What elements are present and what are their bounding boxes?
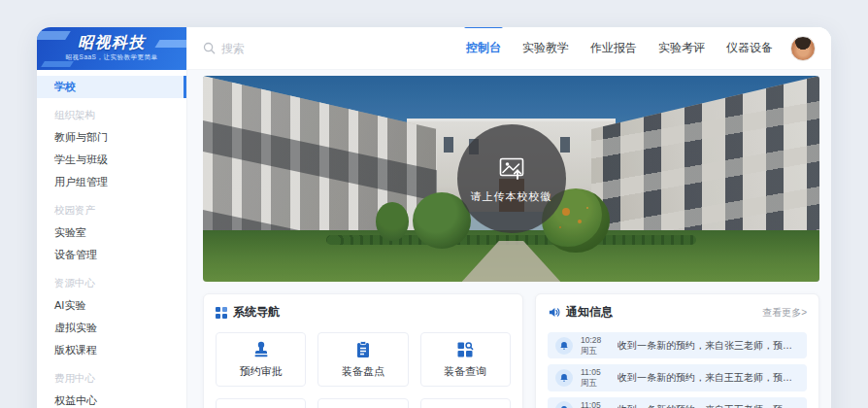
notification-item[interactable]: 10:28周五 收到一条新的预约，来自张三老师，预约单号为：Y-0044，请尽快… <box>548 332 807 358</box>
topbar: 控制台 实验教学 作业报告 实验考评 仪器设备 <box>187 27 831 70</box>
sidebar-item-students-classes[interactable]: 学生与班级 <box>37 149 186 171</box>
notification-time: 11:05周五 <box>581 400 610 408</box>
notification-text: 收到一条新的预约，来自张三老师，预约单号为：Y-0044，请尽快处理。 <box>618 339 799 353</box>
dashboard-panels: 系统导航 预约审批 <box>203 293 819 408</box>
grid-icon <box>216 307 227 319</box>
bell-icon <box>555 401 573 408</box>
sidebar-section-resources: 资源中心 <box>37 266 186 294</box>
stamp-icon <box>251 340 271 359</box>
search-box[interactable] <box>203 42 466 55</box>
nav-card-partial[interactable] <box>216 398 306 408</box>
notification-text: 收到一条新的预约，来自王五老师，预约单号为：Y-0056，请尽快处理。 <box>618 403 799 408</box>
sidebar-menu: 学校 组织架构 教师与部门 学生与班级 用户组管理 校园资产 实验室 设备管理 … <box>37 70 186 408</box>
notification-item[interactable]: 11:05周五 收到一条新的预约，来自王五老师，预约单号为：Y-0056，请尽快… <box>548 397 807 408</box>
sidebar-section-org: 组织架构 <box>37 98 186 126</box>
nav-card-label: 装备查询 <box>444 364 486 379</box>
sidebar-item-licensed-courses[interactable]: 版权课程 <box>37 339 186 361</box>
app-window: 昭视科技 昭视SaaS，让实验教学更简单 学校 组织架构 教师与部门 学生与班级… <box>37 27 831 408</box>
sidebar-item-device-management[interactable]: 设备管理 <box>37 244 186 266</box>
sidebar-item-ai-experiment[interactable]: AI实验 <box>37 294 186 317</box>
upload-image-icon <box>498 154 525 182</box>
tab-instruments[interactable]: 仪器设备 <box>726 40 773 56</box>
app-logo: 昭视科技 昭视SaaS，让实验教学更简单 <box>37 27 186 70</box>
clipboard-icon <box>353 340 373 359</box>
sidebar-item-benefits-center[interactable]: 权益中心 <box>37 390 186 408</box>
notification-item[interactable]: 11:05周五 收到一条新的预约，来自王五老师，预约单号为：Y-0056，请尽快… <box>548 364 807 391</box>
nav-card-partial[interactable] <box>317 398 408 408</box>
tab-console[interactable]: 控制台 <box>466 40 501 56</box>
notification-header: 通知信息 查看更多> <box>548 304 807 321</box>
notification-panel: 通知信息 查看更多> 10:28周五 收到一条新的预约，来自张三老师，预约单号为… <box>535 293 819 408</box>
main-area: 控制台 实验教学 作业报告 实验考评 仪器设备 <box>187 27 831 408</box>
tab-experiment-assessment[interactable]: 实验考评 <box>658 40 705 56</box>
top-navigation: 控制台 实验教学 作业报告 实验考评 仪器设备 <box>466 40 773 56</box>
panel-title: 通知信息 <box>566 304 756 321</box>
sidebar-item-lab[interactable]: 实验室 <box>37 221 186 244</box>
sidebar-item-teachers-departments[interactable]: 教师与部门 <box>37 126 186 149</box>
sidebar-section-assets: 校园资产 <box>37 193 186 221</box>
sidebar-section-billing: 费用中心 <box>37 361 186 390</box>
logo-decoration <box>37 31 71 40</box>
notification-time: 10:28周五 <box>581 335 610 356</box>
content-area: 请上传本校校徽 <box>187 70 831 408</box>
sidebar-item-virtual-experiment[interactable]: 虚拟实验 <box>37 317 186 339</box>
sidebar-item-user-groups[interactable]: 用户组管理 <box>37 171 186 193</box>
panel-title: 系统导航 <box>233 304 511 321</box>
nav-card-reservation-approval[interactable]: 预约审批 <box>216 332 306 387</box>
logo-slogan: 昭视SaaS，让实验教学更简单 <box>66 53 158 62</box>
logo-decoration <box>155 40 186 48</box>
view-more-link[interactable]: 查看更多> <box>762 306 807 320</box>
search-input[interactable] <box>221 42 377 55</box>
upload-hint-text: 请上传本校校徽 <box>471 189 552 204</box>
nav-card-partial[interactable] <box>420 398 511 408</box>
nav-card-label: 装备盘点 <box>342 364 384 379</box>
tab-homework-reports[interactable]: 作业报告 <box>590 40 637 56</box>
upload-school-badge-button[interactable]: 请上传本校校徽 <box>457 124 566 233</box>
notification-time: 11:05周五 <box>581 367 610 388</box>
tab-experiment-teaching[interactable]: 实验教学 <box>522 40 569 56</box>
grid-search-icon <box>455 340 475 359</box>
campus-banner-image: 请上传本校校徽 <box>203 76 819 282</box>
sidebar: 昭视科技 昭视SaaS，让实验教学更简单 学校 组织架构 教师与部门 学生与班级… <box>37 27 187 408</box>
user-avatar[interactable] <box>790 36 816 61</box>
bell-icon <box>555 337 573 355</box>
system-navigation-header: 系统导航 <box>216 304 511 321</box>
notification-text: 收到一条新的预约，来自王五老师，预约单号为：Y-0056，请尽快处理。 <box>618 371 799 385</box>
nav-card-label: 预约审批 <box>240 364 283 379</box>
sidebar-item-school[interactable]: 学校 <box>37 76 186 98</box>
logo-title: 昭视科技 <box>78 35 146 51</box>
nav-card-equipment-search[interactable]: 装备查询 <box>420 332 511 387</box>
search-icon <box>203 42 216 54</box>
nav-card-equipment-inventory[interactable]: 装备盘点 <box>317 332 408 387</box>
system-navigation-panel: 系统导航 预约审批 <box>203 293 523 408</box>
speaker-icon <box>548 306 560 319</box>
nav-card-grid: 预约审批 <box>216 332 511 408</box>
bell-icon <box>555 369 573 387</box>
